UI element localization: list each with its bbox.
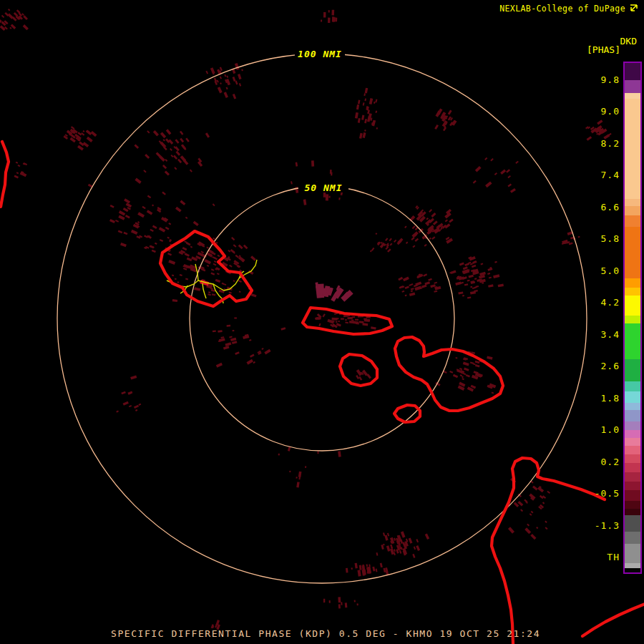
color-scale-tick: 5.8 [601,233,620,244]
island-outline-oahu [160,231,252,306]
color-scale-segment [625,359,640,381]
radar-viewer: 100 NMI50 NMI NEXLAB-College of DuPage D… [0,0,644,644]
color-scale-segment [625,316,640,323]
color-scale-segment [625,532,640,544]
color-scale-tick: -0.5 [595,488,620,499]
color-scale-tick: 3.4 [601,329,620,340]
color-scale-segment [625,410,640,421]
color-scale-segment [625,568,640,572]
color-scale-segment [625,323,640,359]
color-scale-segment [625,99,640,199]
color-scale-segment [625,438,640,446]
color-scale-segment [625,563,640,568]
color-scale-segment [625,288,640,296]
color-scale-segment [625,403,640,410]
color-scale-tick: 9.8 [601,74,620,85]
color-scale-segment [625,515,640,532]
color-scale-segment [625,278,640,288]
color-scale-tick: 7.4 [601,170,620,180]
radar-map: 100 NMI50 NMI [0,0,644,644]
color-scale-segment [625,227,640,278]
range-ring-label: 100 NMI [298,49,342,59]
range-ring-label: 50 NMI [305,182,343,193]
island-outline-hawaii-east-coast [582,604,644,636]
color-scale-segment [625,206,640,215]
color-scale-segment [625,509,640,515]
color-scale-segment [625,296,640,316]
color-scale-segment [625,482,640,490]
color-scale-tick: 9.0 [601,106,620,117]
color-scale-segment [625,80,640,93]
color-scale-tick: 0.2 [601,457,620,467]
island-outline-maui [395,337,503,411]
color-scale-segment [625,501,640,509]
island-outline-molokai [303,308,392,334]
color-scale-segment [625,463,640,472]
color-scale-segment [625,430,640,438]
color-scale-segment [625,454,640,463]
color-scale-segment [625,63,640,80]
color-scale-segment [625,472,640,482]
color-scale-segment [625,381,640,391]
color-scale-tick: TH [607,552,620,562]
color-scale-bar [623,62,642,574]
color-scale-segment [625,544,640,563]
product-units-label: [PHAS] [587,44,620,55]
color-scale-segment [625,93,640,99]
color-scale-segment [625,490,640,501]
cod-logo-icon [628,3,639,14]
color-scale-tick: 4.2 [601,297,620,308]
brand-text: NEXLAB-College of DuPage [499,4,625,14]
color-scale-tick: 1.0 [601,424,620,435]
island-outline-hawaii-north-coast [492,458,605,644]
status-bar-text: SPECIFIC DIFFERENTIAL PHASE (KDP) 0.5 DE… [111,628,540,639]
color-scale-segment [625,199,640,206]
color-scale-segment [625,446,640,454]
island-outline-kauai-east-coast [1,142,9,207]
color-scale-segment [625,421,640,430]
color-scale-tick: 8.2 [601,138,620,149]
color-scale-tick: 1.8 [601,393,620,404]
product-code-label: DKD [620,36,637,47]
color-scale-segment [625,215,640,227]
color-scale-tick: 5.0 [601,265,620,276]
color-scale-tick: 2.6 [601,361,620,371]
color-scale-tick: -1.3 [595,520,620,531]
color-scale-segment [625,391,640,403]
road-line [203,283,206,298]
color-scale-tick: 6.6 [601,202,620,213]
